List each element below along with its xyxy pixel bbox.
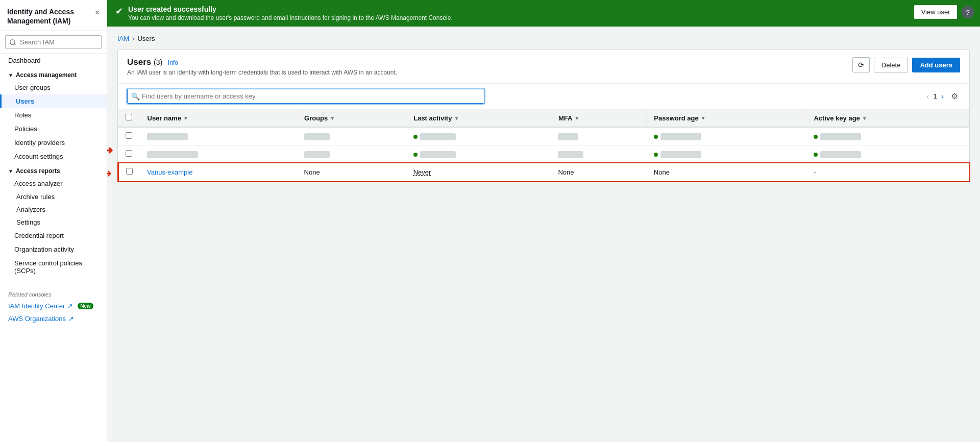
blurred-username [147, 133, 188, 140]
pagination-next-button[interactable]: › [939, 91, 946, 102]
sidebar-item-policies[interactable]: Policies [0, 122, 107, 136]
sidebar: Identity and Access Management (IAM) × D… [0, 0, 107, 442]
sidebar-item-analyzers[interactable]: Analyzers [0, 203, 107, 216]
col-header-mfa: MFA ▼ [551, 109, 646, 127]
cell-active-key-age [806, 127, 969, 145]
table-settings-button[interactable]: ⚙ [949, 89, 960, 103]
delete-button[interactable]: Delete [874, 58, 909, 72]
row-checkbox-cell [118, 163, 140, 181]
check-circle-icon: ✔ [115, 6, 123, 17]
view-user-button[interactable]: View user [914, 5, 958, 19]
select-all-checkbox[interactable] [126, 114, 132, 120]
active-key-age-status [814, 151, 861, 158]
sidebar-close-icon[interactable]: × [95, 8, 100, 17]
sidebar-item-identity-providers[interactable]: Identity providers [0, 136, 107, 150]
sort-icon-mfa[interactable]: ▼ [574, 115, 579, 121]
breadcrumb-iam[interactable]: IAM [117, 35, 129, 42]
filter-input[interactable] [127, 89, 484, 104]
sidebar-item-organization-activity[interactable]: Organization activity [0, 242, 107, 256]
col-header-active-key-age: Active key age ▼ [806, 109, 969, 127]
cell-password-age-vanus: None [647, 163, 806, 181]
external-link-icon: ↗ [67, 302, 73, 310]
cell-last-activity-vanus: Never [406, 163, 551, 181]
banner-title: User created successfully [128, 5, 453, 13]
table-row-highlighted: Vanus-example None Never None None - [118, 163, 969, 181]
related-consoles-label: Related consoles [0, 286, 107, 300]
cell-password-age [647, 145, 806, 163]
cell-groups-vanus: None [297, 163, 406, 181]
never-text: Never [413, 168, 431, 176]
sidebar-item-roles[interactable]: Roles [0, 108, 107, 122]
sidebar-item-aws-organizations[interactable]: AWS Organizations ↗ [0, 312, 107, 325]
sort-icon-username[interactable]: ▼ [183, 115, 188, 121]
chevron-down-icon: ▼ [8, 168, 13, 174]
active-key-age-status [814, 133, 861, 140]
refresh-button[interactable]: ⟳ [852, 57, 870, 72]
info-link[interactable]: Info [168, 59, 178, 66]
add-users-button[interactable]: Add users [912, 58, 960, 72]
sidebar-section-access-reports[interactable]: ▼ Access reports [0, 163, 107, 177]
banner-body: You can view and download the user's pas… [128, 14, 453, 21]
last-activity-status [413, 151, 456, 158]
cell-mfa [551, 127, 646, 145]
search-input[interactable] [5, 35, 102, 49]
sidebar-item-access-analyzer[interactable]: Access analyzer [0, 177, 107, 190]
filter-search-icon: 🔍 [131, 92, 140, 101]
col-header-last-activity: Last activity ▼ [406, 109, 551, 127]
panel-actions: ⟳ Delete Add users [852, 57, 960, 72]
help-button[interactable]: ? [962, 6, 974, 18]
sidebar-item-settings[interactable]: Settings [0, 216, 107, 229]
last-activity-status [413, 133, 456, 140]
table-container: ➜ User name ▼ [118, 109, 969, 181]
cell-mfa-vanus: None [551, 163, 646, 181]
main-content: ✔ User created successfully You can view… [107, 0, 980, 442]
col-header-groups: Groups ▼ [297, 109, 406, 127]
col-header-username: User name ▼ [140, 109, 297, 127]
sidebar-item-dashboard[interactable]: Dashboard [0, 54, 107, 67]
table-row [118, 145, 969, 163]
sort-icon-groups[interactable]: ▼ [330, 115, 335, 121]
filter-bar: 🔍 ‹ 1 › ⚙ [118, 84, 969, 109]
cell-last-activity [406, 145, 551, 163]
cell-mfa [551, 145, 646, 163]
sidebar-section-access-management[interactable]: ▼ Access management [0, 67, 107, 81]
panel-title: Users (3) [127, 57, 165, 67]
user-count: (3) [154, 58, 162, 66]
sidebar-item-archive-rules[interactable]: Archive rules [0, 190, 107, 203]
search-box [0, 31, 107, 54]
sidebar-item-credential-report[interactable]: Credential report [0, 229, 107, 242]
username-link[interactable]: Vanus-example [147, 168, 192, 176]
blurred-mfa [558, 133, 578, 140]
blurred-groups [304, 151, 330, 158]
cell-active-key-age-vanus: - [806, 163, 969, 181]
sort-icon-password-age[interactable]: ▼ [701, 115, 706, 121]
panel-title-row: Users (3) Info [127, 57, 397, 67]
sort-icon-active-key-age[interactable]: ▼ [862, 115, 867, 121]
sidebar-item-users[interactable]: Users [0, 94, 107, 108]
cell-username [140, 127, 297, 145]
table-row [118, 127, 969, 145]
breadcrumb-users: Users [137, 35, 155, 42]
panel-header: Users (3) Info An IAM user is an identit… [118, 50, 969, 84]
sidebar-divider [0, 282, 107, 282]
sidebar-item-iam-identity-center[interactable]: IAM Identity Center ↗ New [0, 300, 107, 312]
sort-icon-last-activity[interactable]: ▼ [454, 115, 459, 121]
cell-password-age [647, 127, 806, 145]
cell-groups [297, 145, 406, 163]
users-table: User name ▼ Groups ▼ [118, 109, 969, 181]
row-select-checkbox[interactable] [126, 168, 133, 175]
sidebar-title: Identity and Access Management (IAM) [7, 7, 74, 26]
row-select-checkbox[interactable] [126, 132, 132, 139]
row-select-checkbox[interactable] [126, 150, 132, 157]
banner-text: User created successfully You can view a… [128, 5, 453, 21]
sidebar-item-service-control[interactable]: Service control policies (SCPs) [0, 256, 107, 278]
success-banner: ✔ User created successfully You can view… [107, 0, 980, 27]
cell-username-vanus: Vanus-example [140, 163, 297, 181]
filter-input-wrap: 🔍 [127, 89, 484, 104]
breadcrumb: IAM › Users [117, 35, 970, 42]
sidebar-item-user-groups[interactable]: User groups [0, 81, 107, 94]
panel-subtitle: An IAM user is an identity with long-ter… [127, 69, 397, 76]
sidebar-item-account-settings[interactable]: Account settings [0, 150, 107, 163]
pagination-prev-button[interactable]: ‹ [924, 91, 931, 102]
select-all-header [118, 109, 140, 127]
